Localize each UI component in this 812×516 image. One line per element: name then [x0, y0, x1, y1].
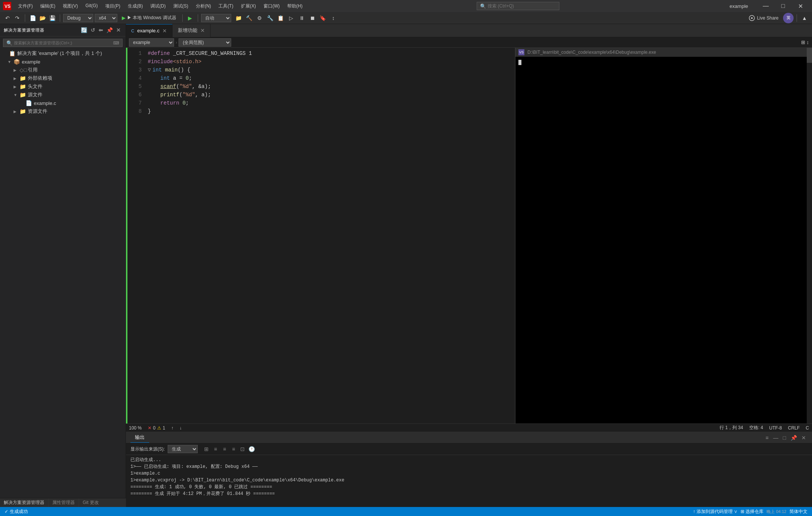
- sidebar-refresh-icon[interactable]: ↺: [90, 26, 96, 34]
- toolbar-icon-4[interactable]: 🔧: [266, 14, 275, 22]
- global-scope-select[interactable]: (全局范围): [179, 38, 231, 47]
- play-button[interactable]: ▶: [186, 14, 195, 22]
- toolbar-icon-5[interactable]: 📋: [276, 14, 285, 22]
- editor-scrollbar-thumb[interactable]: [807, 48, 812, 63]
- tab-example-c-close[interactable]: ✕: [162, 28, 167, 34]
- menu-test[interactable]: 测试(S): [170, 2, 192, 11]
- tab-new-features[interactable]: 新增功能 ✕: [173, 24, 211, 37]
- tree-item-example-c[interactable]: 📄 example.c: [0, 99, 126, 107]
- output-icon-1[interactable]: ≡: [764, 434, 770, 442]
- sidebar-search-input[interactable]: [14, 41, 113, 45]
- output-ctrl-3[interactable]: ≡: [220, 445, 229, 453]
- close-button[interactable]: ✕: [792, 0, 809, 12]
- warning-icon: ⚠: [157, 425, 161, 431]
- sidebar-search[interactable]: 🔍 ⌨: [3, 39, 123, 47]
- output-ctrl-1[interactable]: ⊞: [202, 445, 211, 453]
- menu-help[interactable]: 帮助(H): [283, 2, 306, 11]
- scope-select[interactable]: example: [129, 38, 174, 47]
- minimize-button[interactable]: —: [757, 0, 774, 12]
- toolbar-icon-10[interactable]: ↕: [329, 14, 338, 22]
- output-ctrl-2[interactable]: ≡: [211, 445, 220, 453]
- undo-button[interactable]: ↶: [3, 14, 12, 22]
- window-controls: — □ ✕: [757, 0, 809, 12]
- select-repo-button[interactable]: ⊞ 选择仓库: [739, 508, 765, 515]
- output-ctrl-5[interactable]: ⊡: [238, 445, 247, 453]
- sidebar-pin-icon[interactable]: 📌: [106, 26, 114, 34]
- menu-project[interactable]: 项目(P): [102, 2, 124, 11]
- collapse-button[interactable]: ▲: [800, 14, 809, 22]
- down-arrow-btn[interactable]: ↓: [179, 425, 182, 431]
- tree-item-references[interactable]: ▶ ◇□ 引用: [0, 66, 126, 74]
- tree-item-source-files[interactable]: ▼ 📁 源文件: [0, 91, 126, 99]
- build-success-status[interactable]: ✓ 生成成功: [3, 508, 29, 515]
- output-close[interactable]: ✕: [800, 434, 807, 442]
- sidebar-sync-icon[interactable]: 🔄: [80, 26, 88, 34]
- tree-item-external-deps[interactable]: ▶ 📁 外部依赖项: [0, 74, 126, 82]
- bottom-tab-solution[interactable]: 解决方案资源管理器: [0, 498, 48, 507]
- bottom-tab-properties[interactable]: 属性管理器: [48, 498, 79, 507]
- tree-item-project[interactable]: ▼ 📦 example: [0, 58, 126, 66]
- live-share-button[interactable]: Live Share: [746, 14, 782, 22]
- menu-view[interactable]: 视图(V): [59, 2, 82, 11]
- tab-new-features-close[interactable]: ✕: [200, 27, 205, 33]
- run-button[interactable]: ▶ ▶ 本地 Windows 调试器: [119, 14, 179, 22]
- tree-item-solution[interactable]: 📋 解决方案 'example' (1 个项目，共 1 个): [0, 49, 126, 58]
- editor-ctrl-1[interactable]: ⊞: [801, 39, 805, 45]
- redo-button[interactable]: ↷: [13, 14, 22, 22]
- error-info[interactable]: ✕ 0 ⚠ 1: [148, 425, 165, 431]
- terminal-content[interactable]: [515, 57, 812, 423]
- auto-select[interactable]: 自动: [201, 14, 231, 22]
- fold-arrow-3[interactable]: ▽: [148, 66, 151, 74]
- up-arrow-btn[interactable]: ↑: [171, 425, 173, 431]
- maximize-button[interactable]: □: [774, 0, 792, 12]
- editor-scrollbar[interactable]: [807, 48, 812, 423]
- tree-item-headers[interactable]: ▶ 📁 头文件: [0, 82, 126, 91]
- menu-file[interactable]: 文件(F): [14, 2, 36, 11]
- sidebar-close-icon[interactable]: ✕: [115, 26, 122, 34]
- encoding-info: UTF-8: [769, 425, 782, 431]
- tab-example-c[interactable]: C example.c ✕: [126, 24, 173, 37]
- toolbar-icon-3[interactable]: ⚙: [255, 14, 264, 22]
- toolbar-icon-6[interactable]: ▷: [287, 14, 296, 22]
- tab-example-c-icon: C: [131, 29, 134, 33]
- bottom-tab-git[interactable]: Git 更改: [79, 498, 103, 507]
- add-to-source-button[interactable]: ↑ 添加到源代码管理 ∨: [691, 508, 739, 515]
- output-tab[interactable]: 输出: [130, 433, 149, 443]
- toolbar-icon-1[interactable]: 📁: [234, 14, 243, 22]
- menu-window[interactable]: 窗口(W): [260, 2, 283, 11]
- config-select[interactable]: Debug: [63, 14, 93, 22]
- spaces-info: 空格: 4: [749, 425, 763, 431]
- cursor-position: 行 1，列 34: [720, 425, 743, 431]
- code-editor[interactable]: 1 2 3 4 5 6 7 8 #define _CRT_SECURE_NO_W…: [126, 48, 812, 423]
- sidebar-collapse-icon[interactable]: ⬅: [98, 26, 104, 34]
- output-ctrl-4[interactable]: ≡: [229, 445, 238, 453]
- title-project-name: example: [730, 3, 748, 9]
- user-profile-button[interactable]: 英: [783, 13, 794, 23]
- output-line-5: ======== 生成: 1 成功, 0 失败, 0 最新, 0 已跳过 ===…: [130, 484, 807, 490]
- menu-analyze[interactable]: 分析(N): [192, 2, 215, 11]
- editor-ctrl-2[interactable]: ↕: [807, 39, 809, 45]
- output-ctrl-6[interactable]: 🕐: [247, 445, 256, 453]
- menu-debug[interactable]: 调试(D): [147, 2, 170, 11]
- tree-item-resources[interactable]: ▶ 📁 资源文件: [0, 107, 126, 115]
- global-search-input[interactable]: [488, 3, 556, 9]
- save-button[interactable]: 💾: [48, 14, 57, 22]
- output-icon-2[interactable]: —: [772, 434, 780, 442]
- toolbar-icon-8[interactable]: ⏹: [308, 14, 317, 22]
- toolbar-icon-7[interactable]: ⏸: [297, 14, 306, 22]
- new-file-button[interactable]: 📄: [28, 14, 37, 22]
- code-area: 1 2 3 4 5 6 7 8 #define _CRT_SECURE_NO_W…: [126, 48, 812, 432]
- platform-select[interactable]: x64: [95, 14, 117, 22]
- menu-edit[interactable]: 编辑(E): [36, 2, 59, 11]
- language-info: C: [806, 425, 809, 431]
- menu-tools[interactable]: 工具(T): [215, 2, 237, 11]
- output-icon-3[interactable]: □: [782, 434, 788, 442]
- menu-extensions[interactable]: 扩展(X): [237, 2, 260, 11]
- toolbar-icon-2[interactable]: 🔨: [245, 14, 254, 22]
- output-pin[interactable]: 📌: [789, 434, 798, 442]
- toolbar-icon-9[interactable]: 🔖: [318, 14, 327, 22]
- output-source-select[interactable]: 生成: [168, 445, 198, 453]
- open-button[interactable]: 📂: [38, 14, 47, 22]
- menu-git[interactable]: Git(G): [82, 2, 102, 11]
- menu-build[interactable]: 生成(B): [124, 2, 147, 11]
